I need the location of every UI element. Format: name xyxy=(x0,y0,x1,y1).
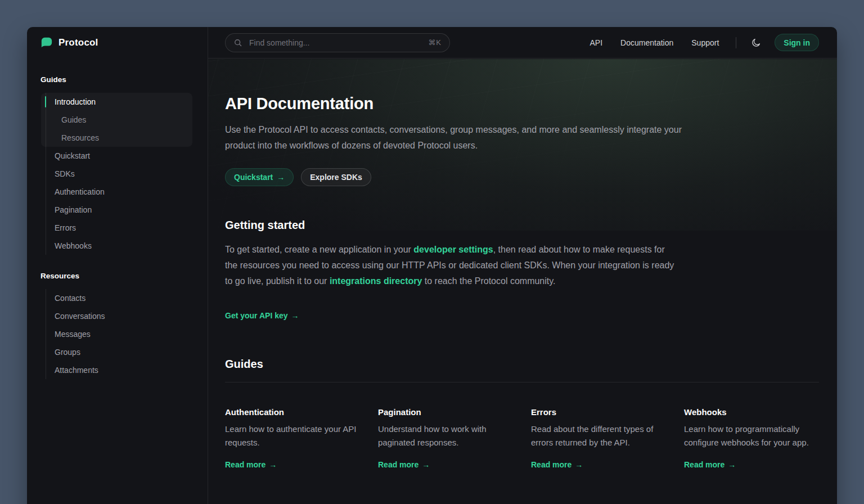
nav-group-resources: Resources Contacts Conversations Message… xyxy=(40,272,194,379)
guides-title: Guides xyxy=(225,358,819,371)
read-more-label: Read more xyxy=(378,460,418,469)
card-description: Learn how to programmatically configure … xyxy=(684,422,819,449)
getting-started-body: To get started, create a new application… xyxy=(225,242,675,289)
quickstart-button-label: Quickstart xyxy=(234,173,273,182)
guide-card-pagination: Pagination Understand how to work with p… xyxy=(378,407,513,470)
card-description: Understand how to work with paginated re… xyxy=(378,422,513,449)
sidebar-link[interactable]: Errors xyxy=(40,223,194,232)
card-title: Webhooks xyxy=(684,407,819,417)
sidebar-item-messages[interactable]: Messages xyxy=(40,325,194,343)
card-title: Errors xyxy=(531,407,666,417)
read-more-link[interactable]: Read more → xyxy=(378,460,430,469)
sidebar: Protocol Guides Introduction Guides xyxy=(27,27,208,504)
sign-in-button[interactable]: Sign in xyxy=(775,34,819,51)
search-box[interactable]: ⌘K xyxy=(225,33,450,52)
header-divider xyxy=(736,37,736,48)
arrow-right-icon: → xyxy=(291,311,299,320)
explore-sdks-button-label: Explore SDKs xyxy=(310,173,362,182)
nav-link-api[interactable]: API xyxy=(590,38,603,47)
sidebar-link[interactable]: Pagination xyxy=(40,205,194,214)
integrations-directory-link[interactable]: integrations directory xyxy=(330,276,422,286)
arrow-right-icon: → xyxy=(575,460,583,469)
search-icon xyxy=(233,38,242,47)
card-description: Learn how to authenticate your API reque… xyxy=(225,422,360,449)
read-more-label: Read more xyxy=(225,460,266,469)
nav-section-title: Resources xyxy=(40,272,194,280)
sidebar-link[interactable]: Authentication xyxy=(40,187,194,196)
guide-card-errors: Errors Read about the different types of… xyxy=(531,407,666,470)
guide-card-webhooks: Webhooks Learn how to programmatically c… xyxy=(684,407,819,470)
app-window: Protocol Guides Introduction Guides xyxy=(27,27,837,504)
sidebar-item-pagination[interactable]: Pagination xyxy=(40,201,194,219)
arrow-right-icon: → xyxy=(277,173,285,182)
main-area: ⌘K API Documentation Support Sign in xyxy=(208,27,837,504)
sidebar-item-webhooks[interactable]: Webhooks xyxy=(40,237,194,255)
hero-actions: Quickstart → Explore SDKs xyxy=(225,168,819,186)
top-nav: API Documentation Support Sign in xyxy=(590,34,819,51)
card-title: Authentication xyxy=(225,407,360,417)
section-divider xyxy=(225,382,819,382)
guides-grid: Authentication Learn how to authenticate… xyxy=(225,407,819,470)
getting-started-section: Getting started To get started, create a… xyxy=(225,219,819,321)
card-title: Pagination xyxy=(378,407,513,417)
sidebar-link[interactable]: Quickstart xyxy=(40,151,194,160)
search-shortcut: ⌘K xyxy=(428,38,442,47)
sidebar-link[interactable]: Webhooks xyxy=(40,241,194,250)
brand[interactable]: Protocol xyxy=(27,27,208,58)
sidebar-link[interactable]: Contacts xyxy=(40,294,194,303)
arrow-right-icon: → xyxy=(422,460,430,469)
read-more-link[interactable]: Read more → xyxy=(225,460,277,469)
nav-link-support[interactable]: Support xyxy=(691,38,719,47)
sidebar-nav: Guides Introduction Guides Resources xyxy=(27,58,208,379)
explore-sdks-button[interactable]: Explore SDKs xyxy=(301,168,371,186)
read-more-label: Read more xyxy=(531,460,572,469)
sidebar-link[interactable]: Groups xyxy=(40,348,194,357)
page-content: API Documentation Use the Protocol API t… xyxy=(208,58,837,504)
sidebar-sublink[interactable]: Resources xyxy=(40,133,194,142)
sidebar-item-sdks[interactable]: SDKs xyxy=(40,165,194,183)
search-input[interactable] xyxy=(248,38,422,48)
sidebar-item-introduction-resources[interactable]: Resources xyxy=(40,129,194,147)
sidebar-link[interactable]: Attachments xyxy=(40,366,194,375)
sidebar-link[interactable]: SDKs xyxy=(40,169,194,178)
developer-settings-link[interactable]: developer settings xyxy=(413,245,493,254)
sidebar-item-errors[interactable]: Errors xyxy=(40,219,194,237)
body-text: To get started, create a new application… xyxy=(225,245,413,254)
sidebar-link[interactable]: Conversations xyxy=(40,312,194,321)
body-text: to reach the Protocol community. xyxy=(422,276,555,286)
sidebar-item-contacts[interactable]: Contacts xyxy=(40,289,194,307)
page-title: API Documentation xyxy=(225,94,819,113)
read-more-label: Read more xyxy=(684,460,724,469)
quickstart-button[interactable]: Quickstart → xyxy=(225,168,294,186)
sidebar-item-attachments[interactable]: Attachments xyxy=(40,361,194,379)
read-more-link[interactable]: Read more → xyxy=(531,460,583,469)
sidebar-link[interactable]: Introduction xyxy=(40,97,194,106)
theme-toggle-button[interactable] xyxy=(749,35,763,50)
guide-card-authentication: Authentication Learn how to authenticate… xyxy=(225,407,360,470)
read-more-link[interactable]: Read more → xyxy=(684,460,736,469)
page-description: Use the Protocol API to access contacts,… xyxy=(225,122,693,154)
nav-link-documentation[interactable]: Documentation xyxy=(620,38,673,47)
speech-bubble-icon xyxy=(40,37,53,49)
guides-section: Guides Authentication Learn how to authe… xyxy=(225,358,819,470)
sidebar-item-introduction[interactable]: Introduction xyxy=(40,93,194,111)
sidebar-link[interactable]: Messages xyxy=(40,330,194,339)
get-api-key-label: Get your API key xyxy=(225,311,288,320)
getting-started-title: Getting started xyxy=(225,219,819,232)
arrow-right-icon: → xyxy=(269,460,277,469)
sidebar-item-groups[interactable]: Groups xyxy=(40,343,194,361)
arrow-right-icon: → xyxy=(728,460,736,469)
sidebar-item-introduction-guides[interactable]: Guides xyxy=(40,111,194,129)
card-description: Read about the different types of errors… xyxy=(531,422,666,449)
top-header: ⌘K API Documentation Support Sign in xyxy=(208,27,837,58)
nav-section-title: Guides xyxy=(40,75,194,84)
sidebar-item-conversations[interactable]: Conversations xyxy=(40,307,194,325)
sidebar-item-authentication[interactable]: Authentication xyxy=(40,183,194,201)
sidebar-sublink[interactable]: Guides xyxy=(40,115,194,124)
nav-group-guides: Guides Introduction Guides Resources xyxy=(40,75,194,255)
brand-name: Protocol xyxy=(58,37,98,48)
moon-icon xyxy=(751,38,761,48)
sidebar-item-quickstart[interactable]: Quickstart xyxy=(40,147,194,165)
active-indicator xyxy=(45,96,46,107)
get-api-key-link[interactable]: Get your API key → xyxy=(225,311,299,320)
